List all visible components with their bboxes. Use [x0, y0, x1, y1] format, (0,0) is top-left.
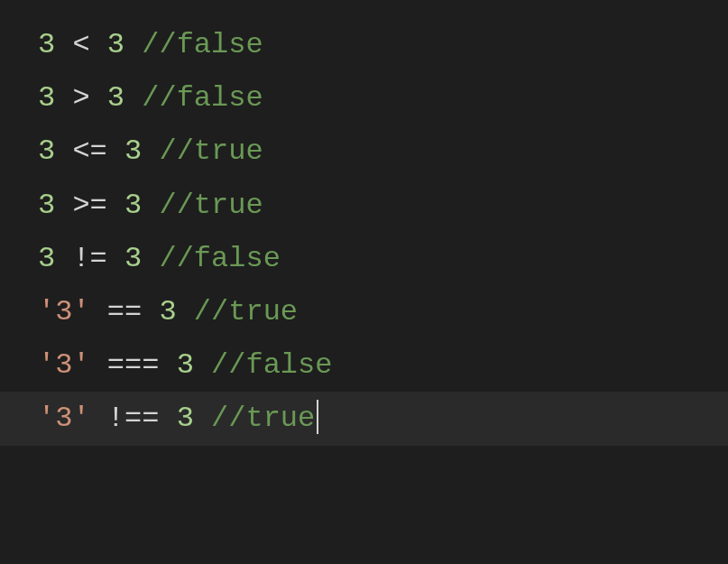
- token-number: 3: [177, 402, 194, 435]
- token-comment: //false: [142, 28, 263, 61]
- code-line[interactable]: 3 >= 3 //true: [38, 179, 728, 232]
- token-comment: //false: [142, 81, 263, 115]
- token-operator: !==: [90, 402, 177, 435]
- token-comment: //true: [159, 189, 263, 222]
- token-operator: <: [55, 28, 107, 61]
- token-number: 3: [124, 189, 142, 222]
- token-comment: //true: [211, 402, 315, 435]
- token-number: 3: [38, 28, 55, 61]
- token-operator: [177, 295, 194, 328]
- token-operator: [142, 242, 159, 275]
- token-number: 3: [38, 242, 55, 275]
- token-operator: ===: [90, 348, 177, 382]
- token-number: 3: [124, 242, 142, 275]
- token-string: '3': [38, 295, 90, 328]
- token-comment: //false: [211, 348, 332, 382]
- token-number: 3: [159, 295, 176, 328]
- token-operator: [124, 81, 142, 115]
- text-cursor: [317, 400, 318, 434]
- token-comment: //true: [159, 134, 263, 168]
- token-operator: [194, 348, 211, 382]
- token-string: '3': [38, 348, 90, 382]
- code-line[interactable]: 3 <= 3 //true: [38, 125, 728, 178]
- code-line[interactable]: '3' == 3 //true: [38, 285, 728, 338]
- token-operator: >: [55, 81, 107, 115]
- token-number: 3: [107, 28, 124, 61]
- token-number: 3: [38, 189, 55, 222]
- token-operator: [142, 134, 159, 168]
- token-number: 3: [177, 348, 194, 382]
- token-operator: >=: [55, 189, 124, 222]
- token-number: 3: [124, 134, 142, 168]
- token-string: '3': [38, 402, 90, 435]
- token-number: 3: [38, 134, 55, 168]
- token-operator: [142, 189, 159, 222]
- token-number: 3: [107, 81, 124, 115]
- token-operator: !=: [55, 242, 124, 275]
- code-line[interactable]: 3 != 3 //false: [38, 232, 728, 285]
- code-line[interactable]: 3 < 3 //false: [38, 18, 728, 71]
- token-operator: [194, 402, 211, 435]
- code-editor[interactable]: 3 < 3 //false3 > 3 //false3 <= 3 //true3…: [38, 18, 728, 446]
- code-line[interactable]: '3' === 3 //false: [38, 338, 728, 392]
- token-comment: //true: [194, 295, 298, 328]
- token-number: 3: [38, 81, 55, 115]
- code-line[interactable]: '3' !== 3 //true: [0, 392, 728, 445]
- token-comment: //false: [159, 242, 280, 275]
- token-operator: ==: [90, 295, 160, 328]
- token-operator: <=: [55, 134, 124, 168]
- token-operator: [124, 28, 142, 61]
- code-line[interactable]: 3 > 3 //false: [38, 71, 728, 125]
